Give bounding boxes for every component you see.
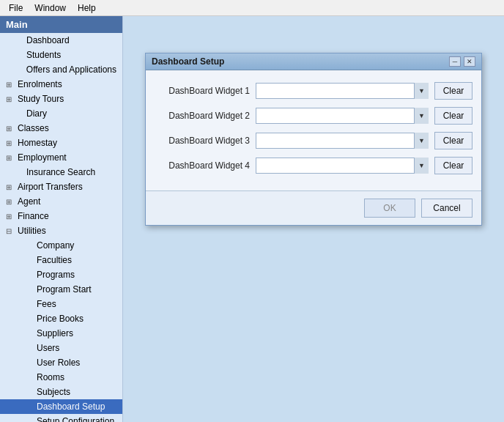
sidebar-item-label: Classes [18,123,49,133]
sidebar-item-company[interactable]: Company [0,238,122,253]
sidebar-item-programs[interactable]: Programs [0,267,122,282]
widget-3-dropdown-wrapper: ▼ [256,133,429,149]
app-container: Main Dashboard Students Offers and Appli… [0,16,504,422]
sidebar-item-offers-applications[interactable]: Offers and Applications [0,62,122,77]
sidebar-item-subjects[interactable]: Subjects [0,385,122,399]
sidebar-item-label: Dashboard Setup [37,401,105,412]
dialog-footer: OK Cancel [146,190,481,225]
sidebar-item-fees[interactable]: Fees [0,297,122,311]
collapse-icon: ⊟ [6,227,15,235]
sidebar-item-label: Agent [18,196,40,207]
menu-window[interactable]: Window [29,1,72,15]
sidebar-item-classes[interactable]: ⊞ Classes [0,121,122,136]
menu-help[interactable]: Help [72,1,102,15]
dialog-minimize-button[interactable]: ─ [449,56,461,67]
expand-icon: ⊞ [6,95,15,103]
sidebar-item-dashboard[interactable]: Dashboard [0,33,122,48]
sidebar-item-setup-configuration[interactable]: Setup Configuration [0,414,122,422]
sidebar-item-label: Diary [26,108,47,119]
widget-1-label: DashBoard Widget 1 [155,86,250,96]
widget-4-dropdown-wrapper: ▼ [256,158,429,174]
sidebar-item-label: Price Books [37,314,84,324]
sidebar-item-label: Insurance Search [26,167,95,177]
sidebar-item-enrolments[interactable]: ⊞ Enrolments [0,77,122,92]
widget-4-dropdown[interactable] [256,158,429,174]
dialog-controls: ─ ✕ [449,56,475,67]
widget-2-dropdown-wrapper: ▼ [256,108,429,124]
sidebar-item-homestay[interactable]: ⊞ Homestay [0,136,122,150]
sidebar-item-label: Students [26,50,61,60]
sidebar-item-label: Dashboard [26,35,70,45]
sidebar-item-label: Study Tours [18,94,64,104]
widget-row-3: DashBoard Widget 3 ▼ Clear [155,132,472,149]
widget-row-4: DashBoard Widget 4 ▼ Clear [155,157,472,174]
widget-1-dropdown[interactable] [256,83,429,99]
expand-icon: ⊞ [6,183,15,191]
sidebar-item-label: Programs [37,270,75,280]
widget-4-clear-button[interactable]: Clear [434,157,472,174]
sidebar-item-user-roles[interactable]: User Roles [0,355,122,370]
expand-icon: ⊞ [6,139,15,147]
sidebar-item-label: Subjects [37,387,70,397]
sidebar-item-dashboard-setup[interactable]: Dashboard Setup [0,399,122,414]
cancel-button[interactable]: Cancel [421,199,472,218]
main-content: Dashboard Setup ─ ✕ DashBoard Widget 1 [123,16,504,422]
sidebar-item-program-start[interactable]: Program Start [0,282,122,297]
expand-icon: ⊞ [6,81,15,89]
sidebar-item-students[interactable]: Students [0,48,122,62]
sidebar-item-employment[interactable]: ⊞ Employment [0,150,122,165]
menubar: File Window Help [0,0,504,16]
sidebar-item-insurance-search[interactable]: Insurance Search [0,165,122,179]
menu-file[interactable]: File [3,1,29,15]
widget-2-label: DashBoard Widget 2 [155,111,250,121]
sidebar-item-label: Finance [18,211,49,221]
widget-3-clear-button[interactable]: Clear [434,132,472,149]
sidebar-item-label: Utilities [18,226,46,236]
sidebar-item-label: Rooms [37,372,64,382]
ok-button[interactable]: OK [364,199,415,218]
widget-1-clear-button[interactable]: Clear [434,82,472,100]
dialog-close-button[interactable]: ✕ [464,56,475,67]
widget-4-label: DashBoard Widget 4 [155,160,250,171]
sidebar-item-rooms[interactable]: Rooms [0,370,122,385]
widget-2-clear-button[interactable]: Clear [434,107,472,125]
sidebar-item-label: Employment [18,152,67,163]
expand-icon: ⊞ [6,212,15,221]
sidebar-item-suppliers[interactable]: Suppliers [0,326,122,341]
sidebar-item-finance[interactable]: ⊞ Finance [0,209,122,223]
sidebar-item-agent[interactable]: ⊞ Agent [0,194,122,209]
sidebar-item-utilities[interactable]: ⊟ Utilities [0,223,122,238]
dialog-overlay: Dashboard Setup ─ ✕ DashBoard Widget 1 [123,16,504,422]
sidebar-item-label: Offers and Applications [26,64,116,75]
widget-row-1: DashBoard Widget 1 ▼ Clear [155,82,472,100]
sidebar-header: Main [0,16,122,33]
sidebar-item-users[interactable]: Users [0,341,122,355]
sidebar-item-label: Enrolments [18,79,62,89]
sidebar-item-airport-transfers[interactable]: ⊞ Airport Transfers [0,179,122,194]
widget-3-dropdown[interactable] [256,133,429,149]
sidebar-item-label: Suppliers [37,328,73,338]
expand-icon: ⊞ [6,198,15,206]
dialog-body: DashBoard Widget 1 ▼ Clear DashBoard Wid… [146,70,481,190]
sidebar-item-label: Users [37,343,59,353]
dialog-title: Dashboard Setup [152,56,224,67]
sidebar-item-faculties[interactable]: Faculties [0,253,122,267]
sidebar-item-label: Company [37,240,74,251]
sidebar-item-label: Airport Transfers [18,182,83,192]
sidebar-item-label: User Roles [37,358,80,368]
sidebar-item-study-tours[interactable]: ⊞ Study Tours [0,92,122,106]
dialog-titlebar: Dashboard Setup ─ ✕ [146,53,481,70]
widget-row-2: DashBoard Widget 2 ▼ Clear [155,107,472,125]
sidebar-item-label: Setup Configuration [37,416,114,422]
sidebar-item-diary[interactable]: Diary [0,106,122,121]
expand-icon: ⊞ [6,154,15,162]
sidebar-item-price-books[interactable]: Price Books [0,311,122,326]
sidebar-item-label: Faculties [37,255,72,265]
sidebar-item-label: Program Start [37,284,92,295]
expand-icon: ⊞ [6,125,15,133]
dashboard-setup-dialog: Dashboard Setup ─ ✕ DashBoard Widget 1 [145,53,482,226]
widget-2-dropdown[interactable] [256,108,429,124]
widget-1-dropdown-wrapper: ▼ [256,83,429,99]
sidebar-item-label: Homestay [18,138,57,148]
sidebar: Main Dashboard Students Offers and Appli… [0,16,123,422]
